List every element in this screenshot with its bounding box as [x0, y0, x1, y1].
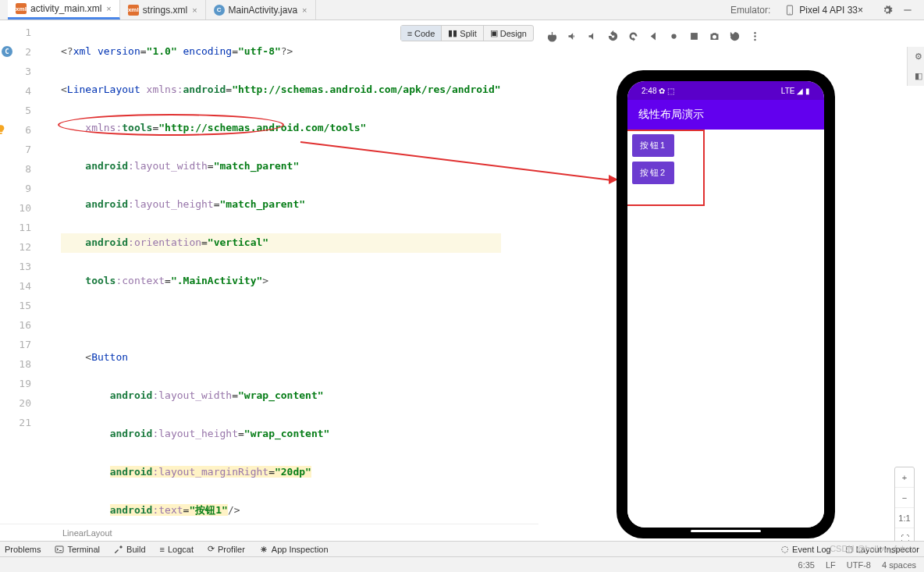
tab-strings[interactable]: xml strings.xml × — [120, 0, 206, 20]
watermark: CSDN @hollow_future — [830, 544, 916, 553]
rotate-right-icon[interactable] — [627, 30, 639, 42]
emulator-label: Emulator: — [724, 5, 777, 16]
tool-app-inspection[interactable]: App Inspection — [259, 545, 329, 554]
class-file-icon: C — [214, 5, 225, 16]
power-icon[interactable] — [546, 30, 558, 42]
lightbulb-icon[interactable] — [0, 124, 6, 135]
emulator-device-tab[interactable]: Pixel 4 API 33 × — [777, 0, 871, 20]
app-bar: 线性布局演示 — [627, 100, 824, 130]
svg-point-1 — [790, 12, 791, 13]
emulator-toolbar — [542, 27, 916, 45]
app-body: 按钮1 按钮2 — [627, 130, 824, 528]
tab-label: activity_main.xml — [30, 3, 101, 14]
svg-point-6 — [754, 35, 756, 37]
tab-activity-main[interactable]: xml activity_main.xml × — [8, 0, 120, 20]
status-bar-bottom: 6:35 LF UTF-8 4 spaces — [0, 556, 924, 572]
line-number-gutter: 1 C2 345 6 78910 11121314 15161718 19202… — [0, 20, 37, 524]
terminal-icon — [55, 545, 64, 554]
volume-up-icon[interactable] — [567, 30, 578, 42]
emulator-pane: 2:48 ✿ ⬚ LTE ◢ ▮ 线性布局演示 按钮1 按钮2 + − 1:1 … — [538, 20, 924, 541]
class-gutter-icon[interactable]: C — [2, 46, 12, 57]
bottom-tool-bar: Problems Terminal Build ≡Logcat ⟳Profile… — [0, 541, 924, 556]
screenshot-icon[interactable] — [709, 30, 720, 42]
phone-icon — [784, 5, 795, 16]
view-mode-code[interactable]: ≡Code — [401, 26, 442, 41]
right-vertical-tab-strip: ⚙ ◧ — [907, 47, 924, 86]
tab-label: strings.xml — [143, 5, 187, 16]
breadcrumb[interactable]: LinearLayout — [0, 524, 538, 541]
hammer-icon — [114, 545, 123, 554]
close-icon[interactable]: × — [858, 5, 863, 16]
device-name: Pixel 4 API 33 — [799, 5, 858, 16]
caret-position[interactable]: 6:35 — [798, 560, 815, 570]
indent[interactable]: 4 spaces — [882, 560, 916, 570]
tool-problems[interactable]: Problems — [5, 545, 41, 554]
view-mode-toggle: ≡Code ▮▮Split ▣Design — [400, 25, 534, 41]
tool-logcat[interactable]: ≡Logcat — [160, 545, 194, 554]
close-icon[interactable]: × — [106, 4, 111, 13]
tab-mainactivity[interactable]: C MainActivity.java × — [206, 0, 316, 20]
zoom-out-button[interactable]: − — [895, 488, 914, 508]
undo-restart-icon[interactable] — [729, 30, 741, 42]
rotate-left-icon[interactable] — [607, 30, 619, 42]
home-icon[interactable] — [668, 30, 680, 42]
svg-rect-2 — [904, 9, 911, 10]
xml-file-icon: xml — [16, 3, 27, 14]
device-frame: 2:48 ✿ ⬚ LTE ◢ ▮ 线性布局演示 按钮1 按钮2 — [617, 70, 835, 538]
svg-point-3 — [671, 34, 676, 38]
close-icon[interactable]: × — [302, 5, 307, 15]
view-mode-design[interactable]: ▣Design — [484, 26, 533, 41]
annotation-red-box — [627, 130, 705, 206]
view-mode-split[interactable]: ▮▮Split — [442, 26, 483, 41]
status-bar: 2:48 ✿ ⬚ LTE ◢ ▮ — [627, 81, 824, 100]
more-vert-icon[interactable] — [749, 30, 761, 42]
svg-rect-8 — [55, 546, 63, 552]
code-area[interactable]: 1 C2 345 6 78910 11121314 15161718 19202… — [0, 20, 538, 524]
code-text[interactable]: <?xml version="1.0" encoding="utf-8"?> <… — [37, 20, 501, 524]
device-screen[interactable]: 2:48 ✿ ⬚ LTE ◢ ▮ 线性布局演示 按钮1 按钮2 — [627, 81, 824, 528]
tool-build[interactable]: Build — [114, 545, 145, 554]
svg-rect-4 — [691, 33, 698, 39]
right-tool-icon[interactable]: ◧ — [908, 71, 924, 81]
bug-icon — [259, 545, 268, 554]
xml-file-icon: xml — [128, 5, 139, 16]
file-tab-bar: xml activity_main.xml × xml strings.xml … — [0, 0, 924, 20]
zoom-in-button[interactable]: + — [895, 467, 914, 488]
svg-point-9 — [261, 547, 265, 551]
code-editor-pane: ≡Code ▮▮Split ▣Design 1 C2 345 6 78910 1… — [0, 20, 538, 541]
volume-down-icon[interactable] — [587, 30, 599, 42]
tab-label: MainActivity.java — [229, 5, 297, 16]
zoom-1to1-button[interactable]: 1:1 — [895, 508, 914, 528]
svg-point-7 — [754, 38, 756, 41]
zoom-controls: + − 1:1 ⛶ — [894, 467, 915, 549]
back-icon[interactable] — [648, 30, 659, 42]
line-sep[interactable]: LF — [826, 560, 836, 570]
tool-event-log[interactable]: ◌Event Log — [781, 544, 831, 554]
tool-terminal[interactable]: Terminal — [55, 545, 100, 554]
right-tool-icon[interactable]: ⚙ — [908, 52, 924, 62]
overview-icon[interactable] — [688, 30, 700, 42]
encoding[interactable]: UTF-8 — [847, 560, 871, 570]
minimize-icon[interactable] — [902, 5, 913, 16]
close-icon[interactable]: × — [192, 5, 197, 15]
gear-icon[interactable] — [882, 5, 893, 16]
tool-profiler[interactable]: ⟳Profiler — [208, 544, 245, 554]
top-right-icons — [871, 5, 924, 16]
svg-point-5 — [754, 31, 756, 34]
